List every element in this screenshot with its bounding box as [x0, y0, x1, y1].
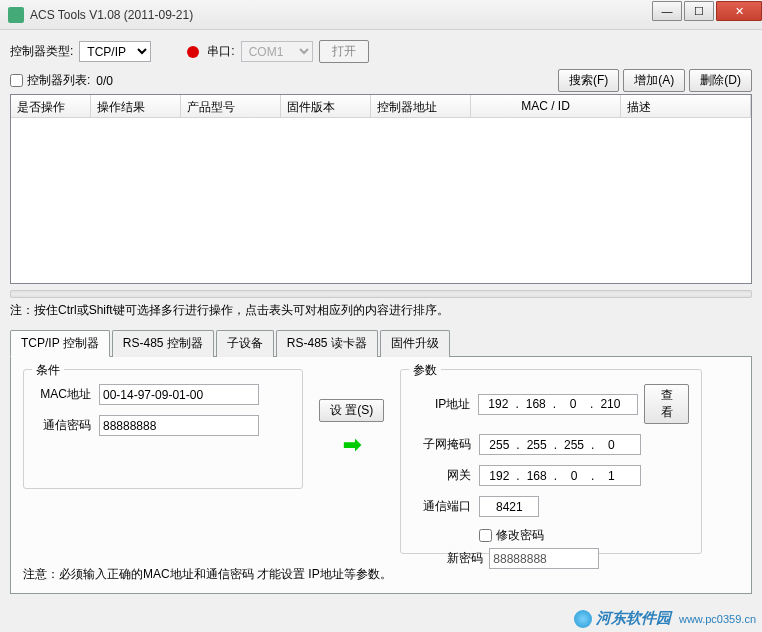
controller-type-label: 控制器类型: — [10, 43, 73, 60]
top-controls: 控制器类型: TCP/IP 串口: COM1 打开 — [10, 40, 752, 63]
ip-input[interactable]: . . . — [478, 394, 637, 415]
port-input[interactable] — [479, 496, 539, 517]
set-button[interactable]: 设 置(S) — [319, 399, 384, 422]
window-body: 控制器类型: TCP/IP 串口: COM1 打开 控制器列表: 0/0 搜索(… — [0, 30, 762, 632]
table-body — [11, 118, 751, 283]
ip-label: IP地址 — [413, 396, 470, 413]
gw-oct-4[interactable] — [594, 467, 628, 484]
mask-oct-4[interactable] — [594, 436, 628, 453]
ip-oct-4[interactable] — [593, 396, 627, 413]
close-button[interactable]: ✕ — [716, 1, 762, 21]
watermark-logo-icon — [574, 610, 592, 628]
gw-input[interactable]: . . . — [479, 465, 641, 486]
mac-label: MAC地址 — [36, 386, 91, 403]
open-button: 打开 — [319, 40, 369, 63]
maximize-button[interactable]: ☐ — [684, 1, 714, 21]
ip-oct-2[interactable] — [519, 396, 553, 413]
pwd-input[interactable] — [99, 415, 259, 436]
gw-oct-3[interactable] — [557, 467, 591, 484]
app-icon — [8, 7, 24, 23]
mask-input[interactable]: . . . — [479, 434, 641, 455]
table-header: 是否操作 操作结果 产品型号 固件版本 控制器地址 MAC / ID 描述 — [11, 95, 751, 118]
conditions-fieldset: 条件 MAC地址 通信密码 — [23, 369, 303, 489]
gw-oct-2[interactable] — [520, 467, 554, 484]
new-pwd-input — [489, 548, 599, 569]
minimize-button[interactable]: — — [652, 1, 682, 21]
change-pwd-checkbox[interactable] — [479, 529, 492, 542]
tab-container: TCP/IP 控制器 RS-485 控制器 子设备 RS-485 读卡器 固件升… — [10, 329, 752, 594]
titlebar: ACS Tools V1.08 (2011-09-21) — ☐ ✕ — [0, 0, 762, 30]
tab-rs485-controller[interactable]: RS-485 控制器 — [112, 330, 214, 357]
tab-firmware[interactable]: 固件升级 — [380, 330, 450, 357]
list-controls: 控制器列表: 0/0 搜索(F) 增加(A) 删除(D) — [10, 69, 752, 92]
mask-label: 子网掩码 — [413, 436, 471, 453]
controller-table: 是否操作 操作结果 产品型号 固件版本 控制器地址 MAC / ID 描述 — [10, 94, 752, 284]
search-button[interactable]: 搜索(F) — [558, 69, 619, 92]
new-pwd-label: 新密码 — [443, 550, 483, 567]
watermark-url: www.pc0359.cn — [679, 613, 756, 625]
col-model[interactable]: 产品型号 — [181, 95, 281, 117]
col-firmware[interactable]: 固件版本 — [281, 95, 371, 117]
ip-oct-1[interactable] — [481, 396, 515, 413]
middle-column: 设 置(S) ➡ — [319, 399, 384, 458]
action-buttons: 搜索(F) 增加(A) 删除(D) — [558, 69, 752, 92]
mask-oct-1[interactable] — [482, 436, 516, 453]
mac-input[interactable] — [99, 384, 259, 405]
conditions-legend: 条件 — [32, 362, 64, 379]
tab-strip: TCP/IP 控制器 RS-485 控制器 子设备 RS-485 读卡器 固件升… — [10, 330, 752, 357]
view-button[interactable]: 查看 — [644, 384, 690, 424]
list-label: 控制器列表: — [27, 72, 90, 89]
com-select: COM1 — [241, 41, 313, 62]
ip-oct-3[interactable] — [556, 396, 590, 413]
window-buttons: — ☐ ✕ — [650, 0, 762, 29]
mask-oct-2[interactable] — [520, 436, 554, 453]
note-text: 注：按住Ctrl或Shift键可选择多行进行操作，点击表头可对相应列的内容进行排… — [10, 302, 752, 319]
watermark-name: 河东软件园 — [596, 609, 671, 628]
arrow-right-icon: ➡ — [343, 432, 361, 458]
controller-type-select[interactable]: TCP/IP — [79, 41, 151, 62]
serial-label: 串口: — [207, 43, 234, 60]
tab-tcpip[interactable]: TCP/IP 控制器 — [10, 330, 110, 357]
window-title: ACS Tools V1.08 (2011-09-21) — [30, 8, 650, 22]
params-legend: 参数 — [409, 362, 441, 379]
change-pwd-label: 修改密码 — [496, 527, 544, 544]
tab-subdevice[interactable]: 子设备 — [216, 330, 274, 357]
params-fieldset: 参数 IP地址 . . . 查看 子网掩码 — [400, 369, 702, 554]
col-operate[interactable]: 是否操作 — [11, 95, 91, 117]
col-desc[interactable]: 描述 — [621, 95, 751, 117]
pwd-label: 通信密码 — [36, 417, 91, 434]
watermark: 河东软件园 www.pc0359.cn — [574, 609, 756, 628]
tab-rs485-reader[interactable]: RS-485 读卡器 — [276, 330, 378, 357]
list-count: 0/0 — [96, 74, 113, 88]
separator — [10, 290, 752, 298]
mask-oct-3[interactable] — [557, 436, 591, 453]
tab-panel-tcpip: 条件 MAC地址 通信密码 设 置(S) ➡ — [10, 356, 752, 594]
col-mac[interactable]: MAC / ID — [471, 95, 621, 117]
status-dot-icon — [187, 46, 199, 58]
add-button[interactable]: 增加(A) — [623, 69, 685, 92]
port-label: 通信端口 — [413, 498, 471, 515]
gw-label: 网关 — [413, 467, 471, 484]
gw-oct-1[interactable] — [482, 467, 516, 484]
list-checkbox[interactable] — [10, 74, 23, 87]
col-result[interactable]: 操作结果 — [91, 95, 181, 117]
delete-button[interactable]: 删除(D) — [689, 69, 752, 92]
col-address[interactable]: 控制器地址 — [371, 95, 471, 117]
